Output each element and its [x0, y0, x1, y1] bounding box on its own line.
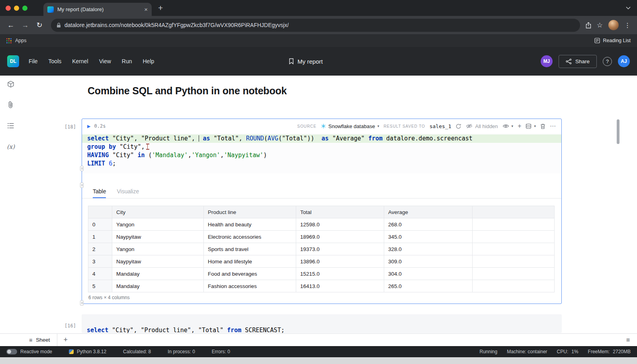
cell-drag-handle[interactable]: [80, 166, 84, 171]
menu-run[interactable]: Run: [122, 58, 132, 64]
table-cell: 18969.0: [296, 231, 384, 243]
reload-icon[interactable]: ↻: [33, 19, 45, 31]
all-hidden-label: All hidden: [475, 123, 498, 129]
tab-search-chevron-icon[interactable]: [626, 6, 631, 10]
table-cell: 304.0: [384, 268, 473, 280]
forward-icon[interactable]: →: [19, 19, 31, 31]
code-token: "City": [112, 152, 134, 159]
menu-view[interactable]: View: [99, 58, 111, 64]
sql-editor[interactable]: select "City", "Product line", as "Total…: [82, 133, 561, 173]
column-header: Product line: [204, 206, 296, 218]
kernel-info[interactable]: Python 3.8.12: [69, 349, 106, 354]
apps-grid-icon[interactable]: [6, 38, 12, 43]
snowflake-icon: [321, 123, 326, 129]
address-bar[interactable]: datalore.jetbrains.com/notebook/0k5R4AZg…: [51, 19, 580, 32]
scrollbar-thumb[interactable]: [617, 119, 619, 144]
table-cell: [473, 280, 555, 292]
code-token: [116, 143, 119, 150]
tab-visualize[interactable]: Visualize: [117, 185, 139, 198]
cell-drag-handle[interactable]: [80, 300, 84, 306]
code-line[interactable]: select "City", "Product line", "Total" f…: [82, 314, 562, 333]
cell-drag-handle[interactable]: [80, 183, 84, 188]
output-options-dropdown[interactable]: ▾: [526, 123, 536, 129]
delete-cell-icon[interactable]: [540, 123, 545, 129]
sheet-bar: ≡ Sheet + ≡: [0, 333, 637, 346]
menu-kernel[interactable]: Kernel: [72, 58, 88, 64]
code-token: 6: [109, 160, 112, 167]
freemem-label: FreeMem:: [588, 349, 610, 354]
sql-cell-next[interactable]: select "City", "Product line", "Total" f…: [82, 314, 562, 333]
share-page-icon[interactable]: [586, 22, 591, 29]
table-cell: Electronic accessories: [204, 231, 296, 243]
share-button[interactable]: Share: [559, 55, 597, 68]
code-line[interactable]: HAVING "City" in ('Mandalay','Yangon','N…: [82, 151, 561, 160]
minimize-window-button[interactable]: [14, 6, 19, 11]
execution-time: 0.2s: [94, 123, 106, 129]
column-header: Total: [296, 206, 384, 218]
user-avatar-aj[interactable]: AJ: [618, 55, 630, 67]
visibility-dropdown[interactable]: ▾: [502, 124, 514, 128]
collaborator-avatar-mj[interactable]: MJ: [541, 55, 553, 67]
code-line[interactable]: group by "City",: [82, 143, 561, 151]
table-cell: 12598.0: [296, 218, 384, 231]
python-icon: [69, 349, 74, 354]
refresh-icon[interactable]: [455, 123, 461, 129]
code-line[interactable]: select "City", "Product line", as "Total…: [82, 134, 561, 143]
source-selector[interactable]: Snowflake database ▾: [321, 123, 379, 129]
tab-table[interactable]: Table: [93, 185, 106, 198]
python-version: Python 3.8.12: [77, 349, 106, 354]
menu-tools[interactable]: Tools: [49, 58, 62, 64]
sheets-list-icon[interactable]: ≡: [626, 337, 630, 344]
table-cell: [473, 243, 555, 255]
run-cell-icon[interactable]: ▶: [87, 124, 90, 129]
packages-icon[interactable]: [7, 80, 15, 90]
result-table-name[interactable]: sales_1: [430, 123, 451, 129]
sheet-label: Sheet: [36, 337, 50, 343]
menu-file[interactable]: File: [29, 58, 38, 64]
code-token: [365, 135, 368, 142]
browser-tab[interactable]: My report (Datalore) ×: [43, 3, 152, 16]
code-token: (: [264, 135, 268, 142]
profile-avatar[interactable]: [608, 20, 619, 30]
notebook-title-header[interactable]: My report: [289, 58, 322, 65]
table-cell: 328.0: [384, 243, 473, 255]
menu-help[interactable]: Help: [143, 58, 154, 64]
column-header: City: [112, 206, 204, 218]
reading-list-button[interactable]: Reading List: [594, 38, 631, 43]
code-token: [210, 135, 214, 142]
tab-close-icon[interactable]: ×: [144, 6, 148, 12]
all-hidden-toggle[interactable]: All hidden: [466, 123, 498, 129]
zoom-window-button[interactable]: [22, 6, 27, 11]
apps-label[interactable]: Apps: [15, 38, 27, 43]
code-token: ,: [191, 327, 198, 333]
table-cell: 345.0: [384, 231, 473, 243]
sheet-tab[interactable]: ≡ Sheet: [22, 334, 57, 346]
browser-menu-icon[interactable]: ⋮: [624, 21, 631, 29]
variables-icon[interactable]: (x): [7, 143, 15, 150]
table-of-contents-icon[interactable]: [7, 123, 14, 130]
reactive-mode-toggle[interactable]: Reactive mode: [6, 349, 52, 354]
table-row: 5MandalayFashion accessories16413.0265.0: [88, 280, 555, 292]
code-token: "Product line": [141, 327, 191, 333]
back-icon[interactable]: ←: [5, 19, 17, 31]
cell-toolbar: ▶ 0.2s SOURCE Snowflake database ▾ RESUL…: [82, 119, 561, 133]
close-window-button[interactable]: [6, 6, 11, 11]
attached-files-icon[interactable]: [7, 101, 14, 111]
code-line[interactable]: LIMIT 6;: [82, 160, 561, 168]
add-cell-icon[interactable]: +: [518, 123, 521, 130]
code-token: ;: [112, 160, 116, 167]
toolbar-right: ☆ ⋮: [586, 20, 632, 30]
bookmark-star-icon[interactable]: ☆: [597, 21, 603, 29]
datalore-logo[interactable]: DL: [7, 55, 19, 67]
add-sheet-button[interactable]: +: [63, 336, 68, 344]
code-token: (: [145, 152, 152, 159]
code-token: [223, 327, 227, 333]
help-icon[interactable]: ?: [603, 57, 612, 66]
table-cell: Health and beauty: [204, 218, 296, 231]
more-options-icon[interactable]: ⋯: [550, 123, 556, 130]
code-token: SCREENCAST;: [241, 327, 284, 333]
row-index-cell: 0: [88, 218, 112, 231]
new-tab-button[interactable]: +: [158, 3, 163, 13]
code-token: [105, 160, 109, 167]
calculated-count: Calculated: 8: [123, 349, 151, 354]
